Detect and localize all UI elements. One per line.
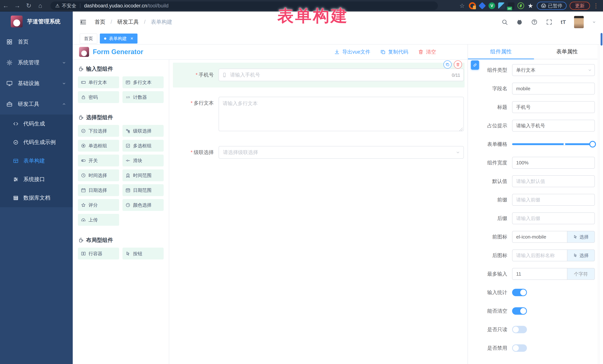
component-width-input[interactable] <box>512 157 595 169</box>
maxlength-input[interactable] <box>512 268 567 280</box>
drawer-toggle-button[interactable] <box>471 60 479 70</box>
suffix-icon-input[interactable] <box>512 249 567 261</box>
avatar[interactable] <box>574 16 584 28</box>
paused-badge[interactable]: 😱 已暂停 <box>537 2 567 10</box>
sidebar-item-infra[interactable]: 基础设施 <box>0 73 73 94</box>
sidebar-logo-row[interactable]: 芋道管理系统 <box>0 11 73 32</box>
palette-item-label: 开关 <box>89 157 98 164</box>
field-name-input[interactable] <box>512 83 595 95</box>
palette-item-upload[interactable]: 上传 <box>78 214 119 226</box>
prefix-icon-select-button[interactable]: 选择 <box>567 231 595 243</box>
collapse-sidebar-icon[interactable] <box>79 18 87 26</box>
breadcrumb-home[interactable]: 首页 <box>95 19 105 25</box>
prefix-icon-input[interactable] <box>512 231 567 243</box>
prefix-input[interactable] <box>512 194 595 206</box>
suffix-icon-select-button[interactable]: 选择 <box>567 249 595 261</box>
slider-track[interactable] <box>512 143 595 145</box>
palette-item-switch[interactable]: 开关 <box>78 154 119 166</box>
chevron-down-icon <box>587 68 592 72</box>
palette-item-date-range[interactable]: 日期范围 <box>122 184 164 196</box>
slider-handle[interactable] <box>589 141 596 147</box>
delete-component-button[interactable] <box>454 60 462 69</box>
panel-scrollbar[interactable] <box>597 44 600 364</box>
browser-forward-icon[interactable]: → <box>12 2 23 9</box>
sidebar-item-db-doc[interactable]: 数据库文档 <box>0 189 73 207</box>
palette-item-password[interactable]: 密码 <box>78 91 119 103</box>
resize-grip-icon[interactable] <box>459 128 463 131</box>
field-placeholder-input[interactable] <box>512 120 595 132</box>
tab-form-props[interactable]: 表单属性 <box>534 44 600 59</box>
export-vue-button[interactable]: 导出vue文件 <box>334 49 370 55</box>
palette-item-counter[interactable]: 计数器 <box>122 91 164 103</box>
search-icon[interactable] <box>501 19 508 25</box>
link-icon <box>473 63 477 67</box>
duplicate-component-button[interactable] <box>443 60 452 69</box>
sidebar-item-devtools[interactable]: 研发工具 <box>0 94 73 115</box>
insecure-label[interactable]: 不安全 <box>62 3 76 9</box>
tab-component-props[interactable]: 组件属性 <box>468 44 534 59</box>
readonly-toggle[interactable] <box>512 326 527 333</box>
sidebar-item-codegen-demo[interactable]: 代码生成示例 <box>0 133 73 152</box>
clear-button[interactable]: 清空 <box>418 49 436 55</box>
palette-item-date-picker[interactable]: 日期选择 <box>78 184 119 196</box>
browser-menu-icon[interactable]: ⋮ <box>593 2 599 9</box>
sidebar-item-form-builder[interactable]: 表单构建 <box>0 152 73 170</box>
sidebar-item-codegen[interactable]: 代码生成 <box>0 115 73 133</box>
palette-item-time-picker[interactable]: 时间选择 <box>78 169 119 181</box>
select-button-label: 选择 <box>580 253 589 259</box>
scrollbar-thumb[interactable] <box>601 33 603 46</box>
extension-icon[interactable] <box>517 2 524 9</box>
default-value-input[interactable] <box>512 175 595 187</box>
extension-icon[interactable] <box>469 2 476 9</box>
copy-code-button[interactable]: 复制代码 <box>380 49 408 55</box>
bookmark-star-icon[interactable]: ☆ <box>459 2 465 9</box>
show-count-toggle[interactable] <box>512 289 527 296</box>
extension-icon[interactable] <box>498 2 505 9</box>
browser-home-icon[interactable]: ⌂ <box>35 2 46 9</box>
app-logo <box>11 16 23 27</box>
palette-item-checkbox-group[interactable]: 多选框组 <box>122 140 164 152</box>
breadcrumb-devtools[interactable]: 研发工具 <box>117 19 139 25</box>
github-icon[interactable] <box>516 19 523 25</box>
component-type-select[interactable]: 单行文本 <box>512 64 595 76</box>
address-bar[interactable]: ⚠ 不安全 dashboard.yudao.iocoder.cn /tool/b… <box>50 1 438 10</box>
update-button[interactable]: 更新 <box>570 2 590 10</box>
chevron-down-icon[interactable] <box>592 20 596 24</box>
extension-icon[interactable] <box>508 2 514 9</box>
sidebar-item-system[interactable]: 系统管理 <box>0 52 73 73</box>
disabled-toggle[interactable] <box>512 344 527 352</box>
suffix-input[interactable] <box>512 212 595 224</box>
required-mark: * <box>191 150 193 155</box>
clearable-toggle[interactable] <box>512 307 527 315</box>
fullscreen-icon[interactable] <box>546 19 553 25</box>
palette-item-color-picker[interactable]: 颜色选择 <box>122 199 164 211</box>
tab-home[interactable]: 首页 <box>80 33 97 44</box>
palette-section-title: 输入型组件 <box>78 65 169 73</box>
close-tab-icon[interactable]: × <box>130 36 133 41</box>
extension-icon[interactable]: V <box>488 2 495 9</box>
palette-item-select[interactable]: 下拉选择 <box>78 125 119 137</box>
palette-item-rate[interactable]: 评分 <box>78 199 119 211</box>
palette-item-time-range[interactable]: 时间范围 <box>122 169 164 181</box>
form-grid-slider[interactable] <box>512 138 595 150</box>
sidebar-item-home[interactable]: 首页 <box>0 32 73 52</box>
extension-icon[interactable]: ★ <box>527 2 534 9</box>
palette-item-input-text[interactable]: 单行文本 <box>78 76 119 88</box>
help-icon[interactable] <box>531 19 538 25</box>
palette-item-textarea[interactable]: 多行文本 <box>122 76 164 88</box>
palette-item-button[interactable]: 按钮 <box>122 248 164 259</box>
textarea-input[interactable] <box>219 97 464 131</box>
browser-reload-icon[interactable]: ↻ <box>23 2 35 9</box>
sidebar-item-api[interactable]: 系统接口 <box>0 170 73 189</box>
cascader-select[interactable]: 请选择级联选择 <box>219 146 464 159</box>
palette-item-row-container[interactable]: 行容器 <box>78 248 119 259</box>
font-size-icon[interactable]: tT <box>561 19 566 25</box>
palette-item-radio-group[interactable]: 单选框组 <box>78 140 119 152</box>
browser-back-icon[interactable]: ← <box>0 2 12 9</box>
mobile-input[interactable] <box>219 69 464 81</box>
extension-icon[interactable] <box>478 2 486 10</box>
tab-form-builder[interactable]: 表单构建 × <box>100 33 138 44</box>
palette-item-cascader[interactable]: 级联选择 <box>122 125 164 137</box>
palette-item-slider[interactable]: 滑块 <box>122 154 164 166</box>
field-title-input[interactable] <box>512 101 595 113</box>
